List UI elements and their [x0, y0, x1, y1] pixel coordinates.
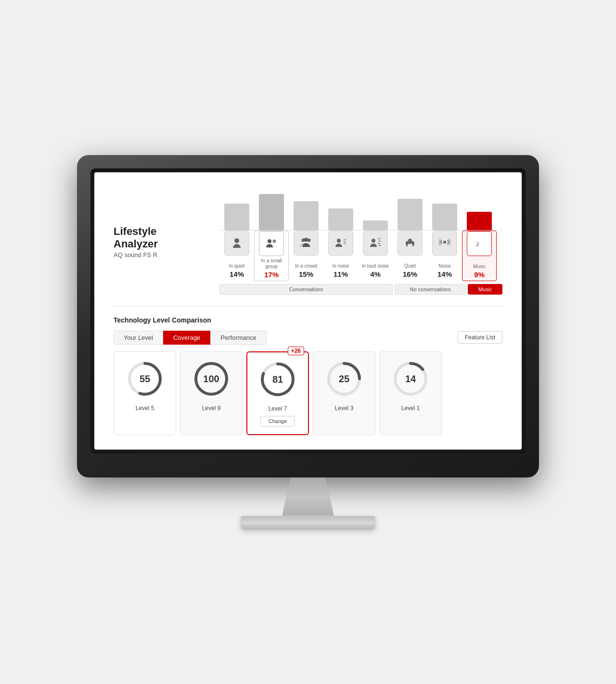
pct-noise2: 14% — [437, 270, 452, 278]
level-card-7: +26 81 Level 7 Change — [246, 351, 309, 435]
label-noise: In noise — [332, 258, 349, 269]
monitor-wrapper: Lifestyle Analyzer AQ sound FS R — [77, 155, 539, 529]
pct-noise: 11% — [334, 270, 348, 278]
tab-performance[interactable]: Performance — [210, 331, 266, 345]
tech-title: Technology Level Comparison — [114, 316, 502, 324]
lifestyle-section: Lifestyle Analyzer AQ sound FS R — [114, 187, 502, 295]
icon-music: ♪ — [467, 231, 492, 256]
svg-line-9 — [344, 243, 346, 244]
label-crowd: In a crowd — [295, 258, 317, 269]
gauge-level-7: 81 — [258, 360, 297, 399]
icon-noise — [432, 231, 457, 256]
level-label-1: Level 1 — [401, 405, 420, 412]
app-subtitle: AQ sound FS R — [114, 251, 200, 258]
svg-line-13 — [378, 243, 381, 244]
feature-list-button[interactable]: Feature List — [458, 331, 502, 344]
pct-small-group: 17% — [264, 271, 279, 279]
monitor-bezel: Lifestyle Analyzer AQ sound FS R — [90, 168, 526, 453]
svg-point-6 — [337, 239, 341, 243]
group-labels-row: Conversations No conversations Music — [219, 284, 502, 295]
icon-in-quiet — [224, 231, 249, 256]
icon-quiet — [398, 231, 423, 256]
change-button[interactable]: Change — [260, 416, 295, 426]
tech-section: Technology Level Comparison Your Level C… — [114, 306, 502, 435]
svg-point-17 — [443, 241, 446, 244]
level-label-your: Level 5 — [136, 405, 154, 412]
app-title: Lifestyle Analyzer — [114, 225, 200, 250]
level-card-9: 100 Level 9 — [180, 351, 243, 435]
icon-small-group — [259, 231, 284, 256]
icon-loud-noise — [363, 231, 388, 256]
level-card-1: 14 Level 1 — [379, 351, 442, 435]
label-in-quiet: In quiet — [229, 258, 245, 269]
monitor-stand-base — [241, 516, 375, 529]
tab-your-level[interactable]: Your Level — [114, 331, 163, 345]
screen-content: Lifestyle Analyzer AQ sound FS R — [94, 172, 522, 450]
svg-point-10 — [372, 239, 375, 243]
pct-crowd: 15% — [299, 270, 313, 278]
svg-point-0 — [234, 238, 239, 243]
svg-text:♪: ♪ — [475, 239, 480, 248]
gauge-value-7: 81 — [272, 374, 283, 385]
tech-controls: Your Level Coverage Performance Feature … — [114, 331, 502, 345]
level-label-3: Level 3 — [335, 405, 354, 412]
svg-point-5 — [308, 238, 311, 242]
gauge-value-9: 100 — [203, 373, 219, 384]
gauge-level-3: 25 — [325, 360, 363, 398]
monitor-screen: Lifestyle Analyzer AQ sound FS R — [94, 172, 522, 450]
pct-loud-noise: 4% — [370, 270, 381, 278]
svg-line-14 — [378, 245, 381, 246]
music-group-label: Music — [468, 284, 502, 295]
label-music: Music — [473, 258, 486, 270]
label-small-group: In a small group — [255, 258, 288, 270]
gauge-level-9: 100 — [192, 360, 231, 398]
svg-rect-16 — [409, 239, 411, 240]
level-label-9: Level 9 — [202, 405, 221, 412]
label-loud-noise: in loud noise — [362, 258, 389, 269]
gauge-value-1: 14 — [405, 373, 416, 384]
level-card-your: 55 Level 5 — [114, 351, 176, 435]
gauge-level-1: 14 — [391, 360, 430, 398]
tab-coverage[interactable]: Coverage — [163, 331, 210, 345]
svg-point-2 — [273, 239, 276, 243]
no-conversations-label: No conversations — [395, 284, 466, 295]
label-quiet: Quiet — [404, 258, 416, 269]
pct-in-quiet: 14% — [230, 270, 244, 278]
label-noise2: Noise — [438, 258, 451, 269]
gauge-value-3: 25 — [339, 373, 349, 384]
icon-in-crowd — [294, 231, 319, 256]
level-card-3: 25 Level 3 — [313, 351, 375, 435]
gauge-value-your: 55 — [140, 373, 150, 384]
levels-row: 55 Level 5 — [114, 351, 502, 435]
monitor-stand-neck — [279, 478, 337, 516]
svg-point-1 — [268, 239, 271, 243]
pct-quiet: 16% — [403, 270, 417, 278]
level-label-7: Level 7 — [269, 405, 287, 412]
svg-line-11 — [378, 238, 381, 239]
svg-line-7 — [344, 239, 346, 240]
icon-in-noise — [328, 231, 353, 256]
gauge-your-level: 55 — [126, 360, 164, 398]
plus-badge-7: +26 — [288, 347, 304, 355]
conversations-label: Conversations — [219, 284, 393, 295]
pct-music: 9% — [474, 271, 485, 279]
tab-group: Your Level Coverage Performance — [114, 331, 267, 345]
monitor-outer: Lifestyle Analyzer AQ sound FS R — [77, 155, 539, 478]
